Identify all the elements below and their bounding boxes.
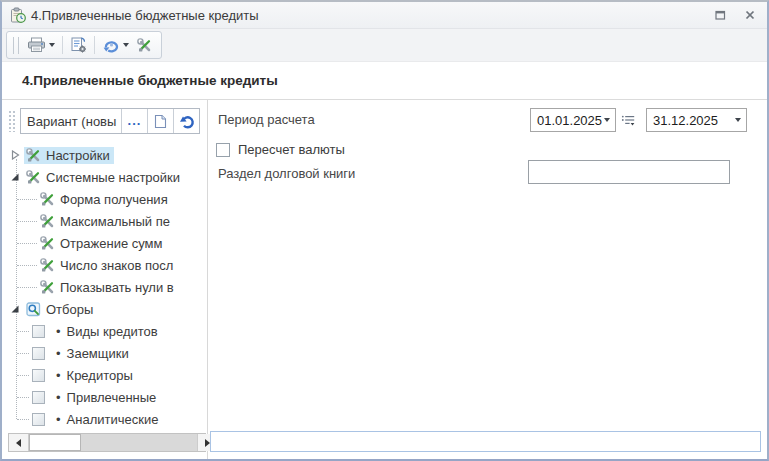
tree-item-content: •Виды кредитов <box>30 323 162 340</box>
form-panel: Период расчета 01.01.2025 31.12.2025 <box>210 100 763 459</box>
tree-item-content: •Аналитические <box>30 411 162 428</box>
tree-checkbox[interactable] <box>32 391 45 404</box>
tree-item-sistemnye-nastroyki[interactable]: Системные настройки <box>8 166 206 188</box>
expander-collapsed-icon[interactable] <box>11 150 20 160</box>
tools-icon <box>26 148 41 163</box>
undo-variant-button[interactable] <box>174 109 199 133</box>
tree-item-privlechennye[interactable]: •Привлеченные <box>8 386 206 408</box>
dropdown-caret-icon[interactable] <box>123 43 129 47</box>
date-to-value: 31.12.2025 <box>653 113 735 128</box>
toolbar-buttons <box>23 35 156 55</box>
tree-item-label: Настройки <box>46 148 110 163</box>
tools-icon <box>40 236 55 251</box>
date-from-select[interactable]: 01.01.2025 <box>530 108 616 132</box>
tree-item-content: Отражение сумм <box>38 235 166 252</box>
variant-row: Вариант (новы ... <box>8 108 200 134</box>
tree-item-nastroyki[interactable]: Настройки <box>8 144 206 166</box>
restore-icon <box>715 10 726 20</box>
tools-icon <box>26 170 41 185</box>
period-label: Период расчета <box>218 112 315 127</box>
recalculate-icon <box>102 38 120 53</box>
app-window: 4.Привлеченные бюджетные кредиты 4 <box>0 0 769 461</box>
bullet-icon: • <box>56 324 61 339</box>
tree-item-content: •Привлеченные <box>30 389 160 406</box>
toolbar-separator <box>62 36 63 54</box>
tree-item-label: Аналитические <box>67 412 159 427</box>
currency-recalc-checkbox[interactable] <box>216 143 230 157</box>
window-title: 4.Привлеченные бюджетные кредиты <box>31 8 708 23</box>
currency-recalc-label: Пересчет валюты <box>238 142 345 157</box>
expander-expanded-icon[interactable] <box>11 304 20 314</box>
tree-item-label: Привлеченные <box>67 390 157 405</box>
printer-icon <box>27 37 46 53</box>
bottom-status-input[interactable] <box>210 431 761 452</box>
print-button[interactable] <box>23 35 59 55</box>
restore-button[interactable] <box>713 8 727 22</box>
dropdown-caret-icon <box>735 118 741 122</box>
currency-recalc-row: Пересчет валюты <box>216 142 345 157</box>
tree-item-vidy-kreditov[interactable]: •Виды кредитов <box>8 320 206 342</box>
tree-item-content: Настройки <box>24 147 114 164</box>
tree-item-content: •Заемщики <box>30 345 133 362</box>
tree-checkbox[interactable] <box>32 347 45 360</box>
bullet-icon: • <box>56 390 61 405</box>
period-list-icon[interactable] <box>621 113 636 128</box>
tree-item-otbory[interactable]: Отборы <box>8 298 206 320</box>
tree-horizontal-scrollbar[interactable] <box>8 433 206 452</box>
tree-item-chislo-znakov-posl[interactable]: Число знаков посл <box>8 254 206 276</box>
tree-item-content: Максимальный пе <box>38 213 174 230</box>
expander-expanded-icon[interactable] <box>11 172 20 182</box>
date-to-select[interactable]: 31.12.2025 <box>646 108 747 132</box>
variant-grip-handle[interactable] <box>8 110 17 132</box>
close-button[interactable] <box>743 8 757 22</box>
settings-tree: НастройкиСистемные настройкиФорма получе… <box>8 144 206 430</box>
tree-item-label: Число знаков посл <box>60 258 173 273</box>
tree-checkbox[interactable] <box>32 369 45 382</box>
tree-item-content: •Кредиторы <box>30 367 137 384</box>
new-document-icon <box>154 114 167 129</box>
tree-item-forma-polucheniya[interactable]: Форма получения <box>8 188 206 210</box>
undo-icon <box>179 114 195 129</box>
bullet-icon: • <box>56 346 61 361</box>
tree-item-content: Показывать нули в <box>38 279 178 296</box>
tree-item-pokazyvat-nuli-v[interactable]: Показывать нули в <box>8 276 206 298</box>
tools-icon <box>40 280 55 295</box>
dropdown-caret-icon <box>604 118 610 122</box>
settings-tools-button[interactable] <box>133 36 156 55</box>
tree-item-label: Отборы <box>46 302 93 317</box>
tree-item-otrazhenie-summ[interactable]: Отражение сумм <box>8 232 206 254</box>
scroll-left-button[interactable] <box>9 434 29 451</box>
tools-icon <box>40 192 55 207</box>
variant-selector: Вариант (новы ... <box>20 108 200 134</box>
filter-search-icon <box>26 302 41 317</box>
tree-item-analiticheskie[interactable]: •Аналитические <box>8 408 206 430</box>
tree-item-label: Кредиторы <box>67 368 133 383</box>
toolbar-group <box>6 31 162 59</box>
toolbar-grip[interactable] <box>13 37 19 54</box>
tree-item-label: Форма получения <box>60 192 168 207</box>
new-variant-button[interactable] <box>148 109 173 133</box>
page-title: 4.Привлеченные бюджетные кредиты <box>22 73 278 88</box>
tree-checkbox[interactable] <box>32 325 45 338</box>
recalculate-button[interactable] <box>98 36 133 55</box>
title-bar: 4.Привлеченные бюджетные кредиты <box>2 2 767 29</box>
tree-item-label: Системные настройки <box>46 170 180 185</box>
scrollbar-thumb[interactable] <box>29 434 81 451</box>
tree-item-content: Число знаков посл <box>38 257 177 274</box>
tree-item-label: Виды кредитов <box>67 324 158 339</box>
dropdown-caret-icon[interactable] <box>49 43 55 47</box>
variant-browse-button[interactable]: ... <box>122 109 147 133</box>
tree-checkbox[interactable] <box>32 413 45 426</box>
bullet-icon: • <box>56 368 61 383</box>
variant-value[interactable]: Вариант (новы <box>21 109 121 133</box>
debt-book-input[interactable] <box>528 160 730 184</box>
tree-item-zaemschiki[interactable]: •Заемщики <box>8 342 206 364</box>
tree-item-maksimalnyy-pe[interactable]: Максимальный пе <box>8 210 206 232</box>
page-header: 4.Привлеченные бюджетные кредиты <box>2 62 767 100</box>
tree-item-kreditory[interactable]: •Кредиторы <box>8 364 206 386</box>
window-controls <box>713 8 757 22</box>
report-settings-button[interactable] <box>66 35 91 55</box>
tree-item-label: Максимальный пе <box>60 214 170 229</box>
ellipsis-icon: ... <box>128 118 142 124</box>
tools-icon <box>137 38 152 53</box>
